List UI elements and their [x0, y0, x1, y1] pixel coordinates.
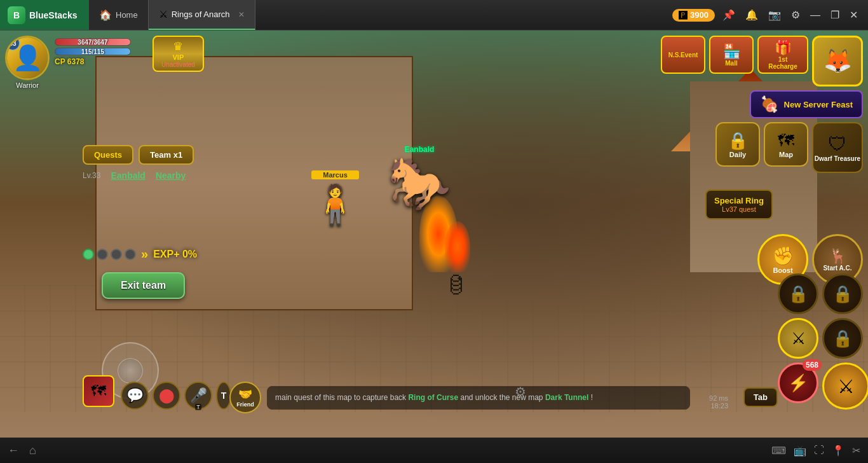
screen-icon[interactable]: 📺	[794, 445, 806, 457]
minimap-button[interactable]: 🗺	[83, 375, 114, 407]
settings-icon[interactable]: ⚙	[789, 6, 803, 24]
recharge-button[interactable]: 🎁 1st Recharge	[757, 36, 808, 74]
character-marcus: Marcus 🧍	[311, 170, 359, 227]
expand-icon[interactable]: ⛶	[814, 445, 824, 456]
special-ring-popup[interactable]: Special Ring Lv37 quest	[705, 190, 773, 219]
skill-2-locked[interactable]: 🔒	[822, 273, 863, 314]
main-attack-button[interactable]: ⚔	[822, 363, 868, 410]
speech-icon: 💬	[126, 387, 144, 404]
new-server-feast-button[interactable]: 🍖 New Server Feast	[750, 90, 863, 118]
friend-label: Friend	[236, 401, 254, 408]
big-right-icon[interactable]: 🦊	[812, 36, 863, 86]
taskbar-right: ⌨ 📺 ⛶ 📍 ✂	[771, 445, 860, 457]
points-icon: 🅿	[679, 10, 688, 20]
action-icons-grid: 🔒 🔒 ⚔ 🔒 ⚡ 568 ⚔	[778, 273, 863, 410]
tab-button[interactable]: Tab	[743, 387, 778, 407]
quest-team-buttons: Quests Team x1	[83, 145, 194, 165]
vip-badge[interactable]: ♛ VIP Unactivated	[153, 36, 204, 72]
boost-icon: ✊	[772, 245, 794, 266]
scissors-icon[interactable]: ✂	[852, 445, 860, 457]
keyboard-icon[interactable]: ⌨	[771, 445, 786, 457]
nav-nearby-link[interactable]: Nearby	[156, 170, 186, 181]
restore-icon[interactable]: ❐	[828, 6, 842, 24]
vip-status: Unactivated	[161, 61, 195, 68]
mp-bar-container: 115/115	[55, 48, 131, 55]
exit-team-button[interactable]: Exit team	[102, 272, 185, 299]
player-class: Warrior	[16, 81, 39, 89]
location-icon[interactable]: 📍	[832, 445, 844, 457]
ns-event-button[interactable]: N.S.Event	[661, 36, 705, 74]
quests-button[interactable]: Quests	[83, 145, 133, 165]
map-icon: 🗺	[778, 131, 794, 151]
game-tab-icon: ⚔	[159, 8, 168, 20]
fire-effect-2	[445, 221, 470, 272]
home-tab[interactable]: 🏠 Home	[89, 0, 149, 30]
barrel-decoration: 🛢	[445, 272, 468, 299]
close-icon[interactable]: ✕	[847, 6, 860, 24]
hp-bar-container: 3647/3647	[55, 38, 131, 46]
new-server-label: New Server Feast	[784, 100, 853, 109]
mall-button[interactable]: 🏪 Mall	[709, 36, 754, 74]
new-server-row: 🍖 New Server Feast	[661, 90, 863, 118]
player-stats: 3647/3647 115/115 CP 6378	[55, 38, 131, 66]
skill-3-active[interactable]: ⚔	[778, 318, 818, 359]
dwarf-treasure-button[interactable]: 🛡 Dwarf Treasure	[812, 122, 863, 173]
team-button[interactable]: Team x1	[139, 145, 194, 165]
daily-map-row: 🔒 Daily 🗺 Map 🛡 Dwarf Treasure	[661, 122, 863, 173]
game-area[interactable]: Marcus 🧍 Eanbald 🐎 33 👤 Warrior 3647/364…	[0, 31, 868, 463]
t-label: T	[195, 404, 201, 410]
skill-4-locked[interactable]: 🔒	[822, 318, 863, 359]
chat-icon[interactable]: 💬	[121, 382, 149, 410]
friend-button[interactable]: 🤝 Friend	[229, 382, 261, 413]
party-dot-1	[83, 249, 94, 260]
recharge-label: 1st Recharge	[765, 56, 801, 70]
feast-icon: 🍖	[760, 95, 779, 113]
daily-label: Daily	[729, 151, 746, 158]
pin-icon[interactable]: 📌	[720, 6, 738, 24]
home-icon: 🏠	[99, 9, 112, 21]
back-icon[interactable]: ←	[8, 444, 19, 457]
nav-eanbald-link[interactable]: Eanbald	[111, 170, 145, 181]
vip-label: VIP	[161, 53, 195, 61]
red-dot-icon[interactable]: ⬤	[153, 382, 180, 410]
attack-icon: ⚡	[788, 373, 808, 393]
cat-icon: 🦊	[824, 48, 852, 74]
time-value: 18:23	[709, 402, 728, 410]
game-tab[interactable]: ⚔ Rings of Anarch ✕	[149, 0, 256, 30]
joystick-thumb	[118, 358, 143, 384]
game-tab-label: Rings of Anarch	[172, 10, 230, 19]
cp-value: CP 6378	[55, 57, 131, 66]
microphone-icon: 🎤	[190, 387, 207, 404]
points-badge: 🅿 3900	[672, 9, 715, 22]
mic-icon[interactable]: 🎤 T	[184, 382, 212, 410]
attack-button[interactable]: ⚡ 568	[778, 363, 818, 403]
player-hud: 33 👤 Warrior 3647/3647 115/115	[5, 36, 131, 89]
taskbar: ← ⌂ ⌨ 📺 ⛶ 📍 ✂	[0, 438, 868, 463]
home-taskbar-icon[interactable]: ⌂	[29, 444, 36, 457]
bluestacks-logo[interactable]: B BlueStacks	[0, 0, 89, 30]
avatar-level: 33	[6, 36, 20, 50]
points-value: 3900	[690, 10, 709, 20]
titlebar: B BlueStacks 🏠 Home ⚔ Rings of Anarch ✕ …	[0, 0, 868, 31]
exp-bar-area: » EXP+ 0%	[83, 247, 197, 261]
daily-button[interactable]: 🔒 Daily	[715, 122, 760, 167]
player-avatar[interactable]: 33 👤	[5, 36, 50, 80]
camera-icon[interactable]: 📷	[766, 6, 783, 24]
close-tab-icon[interactable]: ✕	[238, 10, 245, 19]
handshake-icon: 🤝	[238, 387, 252, 401]
lock-icon-3: 🔒	[832, 329, 853, 349]
eanbald-label: Eanbald	[388, 145, 451, 154]
minimize-icon[interactable]: —	[808, 7, 823, 24]
lock-icon-2: 🔒	[832, 284, 853, 304]
ring-of-curse-text: Ring of Curse	[408, 393, 458, 402]
vip-crown-icon: ♛	[161, 39, 195, 53]
hp-bar: 3647/3647	[55, 38, 131, 46]
eanbald-body: 🐎	[388, 154, 451, 214]
map-button[interactable]: 🗺 Map	[764, 122, 808, 167]
chat-settings-icon[interactable]: ⚙	[515, 384, 526, 399]
bell-icon[interactable]: 🔔	[743, 6, 761, 24]
main-sword-icon: ⚔	[837, 375, 855, 397]
home-tab-label: Home	[116, 10, 138, 20]
hp-label: 3647/3647	[55, 39, 130, 45]
skill-1-locked[interactable]: 🔒	[778, 273, 818, 314]
